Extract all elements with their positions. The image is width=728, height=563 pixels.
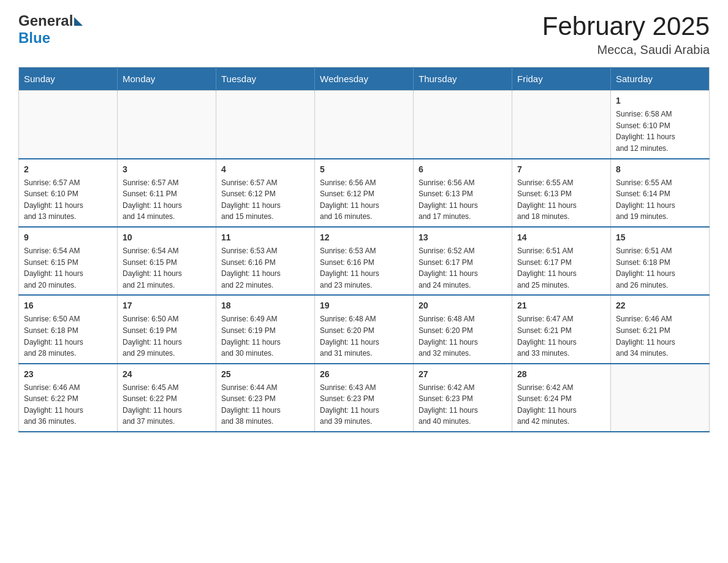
day-cell: 19Sunrise: 6:48 AMSunset: 6:20 PMDayligh… (315, 295, 414, 363)
day-number: 18 (221, 299, 309, 312)
day-info: Sunrise: 6:54 AMSunset: 6:15 PMDaylight:… (123, 245, 211, 291)
day-cell (315, 91, 414, 159)
week-row-3: 9Sunrise: 6:54 AMSunset: 6:15 PMDaylight… (19, 227, 710, 295)
day-info: Sunrise: 6:48 AMSunset: 6:20 PMDaylight:… (419, 313, 507, 359)
day-number: 2 (24, 163, 112, 176)
day-cell: 20Sunrise: 6:48 AMSunset: 6:20 PMDayligh… (414, 295, 512, 363)
day-number: 15 (616, 231, 704, 244)
day-info: Sunrise: 6:55 AMSunset: 6:13 PMDaylight:… (517, 177, 605, 223)
day-number: 16 (24, 299, 112, 312)
day-number: 23 (24, 368, 112, 381)
day-cell: 9Sunrise: 6:54 AMSunset: 6:15 PMDaylight… (19, 227, 118, 295)
day-info: Sunrise: 6:56 AMSunset: 6:13 PMDaylight:… (419, 177, 507, 223)
day-cell: 5Sunrise: 6:56 AMSunset: 6:12 PMDaylight… (315, 159, 414, 227)
day-number: 19 (320, 299, 408, 312)
day-cell: 28Sunrise: 6:42 AMSunset: 6:24 PMDayligh… (512, 364, 611, 432)
day-cell: 6Sunrise: 6:56 AMSunset: 6:13 PMDaylight… (414, 159, 512, 227)
day-cell: 16Sunrise: 6:50 AMSunset: 6:18 PMDayligh… (19, 295, 118, 363)
day-info: Sunrise: 6:54 AMSunset: 6:15 PMDaylight:… (24, 245, 112, 291)
header-day-tuesday: Tuesday (216, 67, 315, 91)
day-number: 24 (123, 368, 211, 381)
day-number: 27 (419, 368, 507, 381)
day-number: 22 (616, 299, 704, 312)
day-number: 17 (123, 299, 211, 312)
day-info: Sunrise: 6:51 AMSunset: 6:17 PMDaylight:… (517, 245, 605, 291)
day-cell: 21Sunrise: 6:47 AMSunset: 6:21 PMDayligh… (512, 295, 611, 363)
day-info: Sunrise: 6:51 AMSunset: 6:18 PMDaylight:… (616, 245, 704, 291)
day-cell: 25Sunrise: 6:44 AMSunset: 6:23 PMDayligh… (216, 364, 315, 432)
day-info: Sunrise: 6:53 AMSunset: 6:16 PMDaylight:… (320, 245, 408, 291)
week-row-2: 2Sunrise: 6:57 AMSunset: 6:10 PMDaylight… (19, 159, 710, 227)
day-info: Sunrise: 6:42 AMSunset: 6:24 PMDaylight:… (517, 382, 605, 427)
day-cell: 14Sunrise: 6:51 AMSunset: 6:17 PMDayligh… (512, 227, 611, 295)
header-day-saturday: Saturday (611, 67, 710, 91)
day-cell: 3Sunrise: 6:57 AMSunset: 6:11 PMDaylight… (118, 159, 216, 227)
day-cell: 10Sunrise: 6:54 AMSunset: 6:15 PMDayligh… (118, 227, 216, 295)
day-info: Sunrise: 6:42 AMSunset: 6:23 PMDaylight:… (419, 382, 507, 427)
day-cell (512, 91, 611, 159)
calendar-title: February 2025 (542, 12, 710, 40)
day-number: 25 (221, 368, 309, 381)
day-info: Sunrise: 6:46 AMSunset: 6:21 PMDaylight:… (616, 313, 704, 359)
day-info: Sunrise: 6:50 AMSunset: 6:18 PMDaylight:… (24, 313, 112, 359)
calendar-header: SundayMondayTuesdayWednesdayThursdayFrid… (19, 67, 710, 91)
day-info: Sunrise: 6:56 AMSunset: 6:12 PMDaylight:… (320, 177, 408, 223)
header-day-thursday: Thursday (414, 67, 512, 91)
day-info: Sunrise: 6:58 AMSunset: 6:10 PMDaylight:… (616, 109, 704, 154)
day-cell: 7Sunrise: 6:55 AMSunset: 6:13 PMDaylight… (512, 159, 611, 227)
day-number: 14 (517, 231, 605, 244)
day-number: 8 (616, 163, 704, 176)
day-info: Sunrise: 6:43 AMSunset: 6:23 PMDaylight:… (320, 382, 408, 427)
day-cell (611, 364, 710, 432)
logo: General Blue (18, 12, 83, 47)
header-day-friday: Friday (512, 67, 611, 91)
day-number: 1 (616, 94, 704, 107)
day-info: Sunrise: 6:57 AMSunset: 6:12 PMDaylight:… (221, 177, 309, 223)
day-info: Sunrise: 6:47 AMSunset: 6:21 PMDaylight:… (517, 313, 605, 359)
day-cell: 8Sunrise: 6:55 AMSunset: 6:14 PMDaylight… (611, 159, 710, 227)
week-row-4: 16Sunrise: 6:50 AMSunset: 6:18 PMDayligh… (19, 295, 710, 363)
day-info: Sunrise: 6:46 AMSunset: 6:22 PMDaylight:… (24, 382, 112, 427)
day-number: 26 (320, 368, 408, 381)
header-day-wednesday: Wednesday (315, 67, 414, 91)
day-info: Sunrise: 6:44 AMSunset: 6:23 PMDaylight:… (221, 382, 309, 427)
title-area: February 2025 Mecca, Saudi Arabia (542, 12, 710, 57)
day-cell (118, 91, 216, 159)
day-cell: 1Sunrise: 6:58 AMSunset: 6:10 PMDaylight… (611, 91, 710, 159)
day-cell: 13Sunrise: 6:52 AMSunset: 6:17 PMDayligh… (414, 227, 512, 295)
day-number: 7 (517, 163, 605, 176)
day-cell: 2Sunrise: 6:57 AMSunset: 6:10 PMDaylight… (19, 159, 118, 227)
day-cell: 26Sunrise: 6:43 AMSunset: 6:23 PMDayligh… (315, 364, 414, 432)
day-cell: 18Sunrise: 6:49 AMSunset: 6:19 PMDayligh… (216, 295, 315, 363)
week-row-1: 1Sunrise: 6:58 AMSunset: 6:10 PMDaylight… (19, 91, 710, 159)
header-row: SundayMondayTuesdayWednesdayThursdayFrid… (19, 67, 710, 91)
day-cell: 27Sunrise: 6:42 AMSunset: 6:23 PMDayligh… (414, 364, 512, 432)
day-number: 11 (221, 231, 309, 244)
day-number: 6 (419, 163, 507, 176)
calendar-table: SundayMondayTuesdayWednesdayThursdayFrid… (18, 67, 710, 432)
day-cell: 23Sunrise: 6:46 AMSunset: 6:22 PMDayligh… (19, 364, 118, 432)
day-number: 21 (517, 299, 605, 312)
calendar-subtitle: Mecca, Saudi Arabia (542, 43, 710, 57)
day-cell (216, 91, 315, 159)
day-info: Sunrise: 6:57 AMSunset: 6:11 PMDaylight:… (123, 177, 211, 223)
day-number: 10 (123, 231, 211, 244)
day-number: 3 (123, 163, 211, 176)
day-cell: 22Sunrise: 6:46 AMSunset: 6:21 PMDayligh… (611, 295, 710, 363)
day-info: Sunrise: 6:57 AMSunset: 6:10 PMDaylight:… (24, 177, 112, 223)
day-cell (19, 91, 118, 159)
day-cell: 4Sunrise: 6:57 AMSunset: 6:12 PMDaylight… (216, 159, 315, 227)
day-info: Sunrise: 6:48 AMSunset: 6:20 PMDaylight:… (320, 313, 408, 359)
day-number: 12 (320, 231, 408, 244)
header-day-monday: Monday (118, 67, 216, 91)
day-info: Sunrise: 6:52 AMSunset: 6:17 PMDaylight:… (419, 245, 507, 291)
day-number: 5 (320, 163, 408, 176)
day-number: 9 (24, 231, 112, 244)
week-row-5: 23Sunrise: 6:46 AMSunset: 6:22 PMDayligh… (19, 364, 710, 432)
day-info: Sunrise: 6:45 AMSunset: 6:22 PMDaylight:… (123, 382, 211, 427)
day-number: 13 (419, 231, 507, 244)
day-cell: 17Sunrise: 6:50 AMSunset: 6:19 PMDayligh… (118, 295, 216, 363)
day-info: Sunrise: 6:55 AMSunset: 6:14 PMDaylight:… (616, 177, 704, 223)
day-cell: 12Sunrise: 6:53 AMSunset: 6:16 PMDayligh… (315, 227, 414, 295)
header-day-sunday: Sunday (19, 67, 118, 91)
